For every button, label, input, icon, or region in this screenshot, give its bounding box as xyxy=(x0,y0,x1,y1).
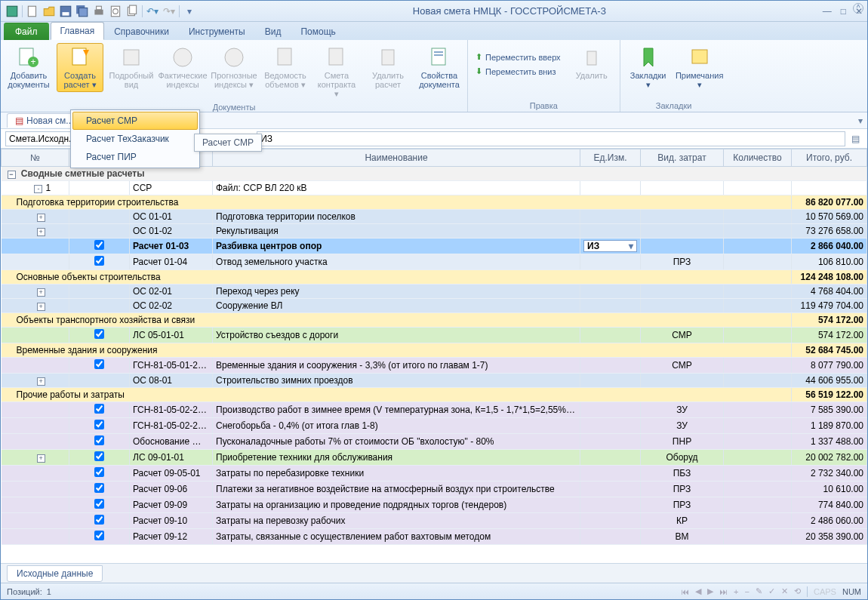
expand-icon[interactable]: + xyxy=(37,377,45,386)
grid-row[interactable]: Расчет 01-03Разбивка центров опорИЗ▾2 86… xyxy=(2,238,867,254)
row-checkbox[interactable] xyxy=(94,451,104,461)
col-qty[interactable]: Количество xyxy=(724,149,792,167)
tab-main[interactable]: Главная xyxy=(51,22,105,40)
grid-row[interactable]: Расчет 09-12Затраты, связанные с осущест… xyxy=(2,529,867,545)
bookmarks-button[interactable]: Закладки ▾ xyxy=(625,43,672,92)
grid-options-icon[interactable]: ▤ xyxy=(848,134,863,144)
dropdown-icon[interactable]: ▾ xyxy=(626,241,636,251)
doc-tab-dropdown-icon[interactable]: ▾ xyxy=(858,115,867,126)
menu-item-pir[interactable]: Расчет ПИР xyxy=(72,148,198,166)
tab-help[interactable]: Помощь xyxy=(291,23,345,40)
fact-index-button[interactable]: Фактические индексы xyxy=(159,43,206,91)
row-checkbox[interactable] xyxy=(94,256,104,266)
open-icon[interactable] xyxy=(42,5,56,18)
grid-area[interactable]: № Активность Шифр Наименование Ед.Изм. В… xyxy=(1,149,867,563)
delete-button[interactable]: Удалить xyxy=(568,43,615,82)
status-del-icon[interactable]: − xyxy=(745,587,749,596)
row-checkbox[interactable] xyxy=(94,420,104,429)
grid-row[interactable]: Объекты транспортного хозяйства и связи5… xyxy=(2,313,867,328)
grid-row[interactable]: Расчет 09-06Платежи за негативное воздей… xyxy=(2,482,867,497)
vol-sheet-button[interactable]: Ведомость объемов ▾ xyxy=(262,43,309,92)
contract-button[interactable]: Смета контракта ▾ xyxy=(313,43,360,101)
status-add-icon[interactable]: + xyxy=(734,587,738,596)
status-nav-next-icon[interactable]: ▶ xyxy=(707,586,713,596)
tab-file[interactable]: Файл xyxy=(4,23,49,40)
col-no[interactable]: № xyxy=(2,149,69,167)
status-ok-icon[interactable]: ✓ xyxy=(768,586,775,596)
grid-row[interactable]: -1ССРФайл: ССР ВЛ 220 кВ xyxy=(2,181,867,195)
row-checkbox[interactable] xyxy=(94,467,104,477)
move-down-button[interactable]: ⬇Переместить вниз xyxy=(472,65,564,78)
grid-row[interactable]: +ОС 02-01Переход через реку4 768 404.00 xyxy=(2,285,867,299)
grid-row[interactable]: Расчет 01-04Отвод земельного участкаПРЗ1… xyxy=(2,254,867,270)
create-calc-button[interactable]: Создать расчет ▾ xyxy=(57,43,103,92)
col-ed[interactable]: Ед.Изм. xyxy=(580,149,641,167)
move-up-button[interactable]: ⬆Переместить вверх xyxy=(472,51,564,63)
qat-more-icon[interactable]: ▾ xyxy=(183,5,196,18)
tab-view[interactable]: Вид xyxy=(255,23,291,40)
grid-row[interactable]: Подготовка территории строительства86 82… xyxy=(2,195,867,210)
row-checkbox[interactable] xyxy=(94,499,104,509)
menu-item-smr[interactable]: Расчет СМР xyxy=(72,112,198,130)
minimize-button[interactable]: — xyxy=(823,6,832,17)
status-nav-last-icon[interactable]: ⏭ xyxy=(719,587,728,596)
col-vid[interactable]: Вид. затрат xyxy=(641,149,724,167)
grid-row[interactable]: +ОС 08-01Строительство зимних проездов44… xyxy=(2,374,867,388)
row-checkbox[interactable] xyxy=(94,404,104,414)
collapse-icon[interactable]: − xyxy=(8,171,16,179)
row-checkbox[interactable] xyxy=(94,329,104,339)
detail-view-button[interactable]: Подробный вид xyxy=(108,43,155,91)
grid-row[interactable]: Расчет 09-09Затраты на организацию и про… xyxy=(2,497,867,513)
tab-tools[interactable]: Инструменты xyxy=(179,23,255,40)
grid-row[interactable]: ЛС 05-01-01Устройство съездов с дорогиСМ… xyxy=(2,328,867,343)
grid-row[interactable]: Основные объекты строительства124 248 10… xyxy=(2,270,867,285)
menu-item-techzak[interactable]: Расчет ТехЗаказчик xyxy=(72,130,198,148)
grid-row[interactable]: Временные здания и сооружения52 684 745.… xyxy=(2,343,867,358)
redo-icon[interactable]: ↷▾ xyxy=(162,5,176,18)
expand-icon[interactable]: - xyxy=(34,185,42,193)
grid-row[interactable]: Прочие работы и затраты56 519 122.00 xyxy=(2,388,867,402)
doc-props-button[interactable]: Свойства документа xyxy=(416,43,463,91)
tab-refs[interactable]: Справочники xyxy=(104,23,179,40)
new-doc-icon[interactable] xyxy=(26,5,39,18)
grid-row[interactable]: +ЛС 09-01-01Приобретение техники для обс… xyxy=(2,450,867,466)
status-nav-first-icon[interactable]: ⏮ xyxy=(681,587,689,596)
grid-row[interactable]: Расчет 09-05-01Затраты по перебазировке … xyxy=(2,466,867,482)
expand-icon[interactable]: + xyxy=(37,454,45,463)
maximize-button[interactable]: □ xyxy=(841,6,846,17)
status-edit-icon[interactable]: ✎ xyxy=(756,586,762,596)
formula-input[interactable] xyxy=(257,131,845,146)
row-checkbox[interactable] xyxy=(94,240,104,250)
status-nav-prev-icon[interactable]: ◀ xyxy=(695,586,701,596)
grid-row[interactable]: Обоснование №...Пусконаладочные работы 7… xyxy=(2,434,867,450)
print-icon[interactable] xyxy=(92,5,106,18)
prog-index-button[interactable]: Прогнозные индексы ▾ xyxy=(211,43,257,92)
del-calc-button[interactable]: Удалить расчет xyxy=(365,43,411,91)
ribbon-help-icon[interactable]: ^ xyxy=(853,3,863,14)
row-checkbox[interactable] xyxy=(94,483,104,493)
grid-row[interactable]: ГСН-81-05-01-20...Временные здания и соо… xyxy=(2,358,867,374)
grid-row[interactable]: +ОС 02-02Сооружение ВЛ119 479 704.00 xyxy=(2,299,867,313)
expand-icon[interactable]: + xyxy=(37,288,45,297)
expand-icon[interactable]: + xyxy=(37,214,45,222)
bottom-tab-source[interactable]: Исходные данные xyxy=(7,565,103,582)
save-icon[interactable] xyxy=(59,5,72,18)
expand-icon[interactable]: + xyxy=(37,303,45,311)
preview-icon[interactable] xyxy=(109,5,122,18)
undo-icon[interactable]: ↶▾ xyxy=(146,5,159,18)
notes-button[interactable]: Примечания ▾ xyxy=(676,43,723,92)
row-checkbox[interactable] xyxy=(94,515,104,525)
expand-icon[interactable]: + xyxy=(37,228,45,236)
status-x-icon[interactable]: ✕ xyxy=(781,586,788,596)
saveall-icon[interactable] xyxy=(75,5,89,18)
grid-row[interactable]: +ОС 01-01Подготовка территории поселков1… xyxy=(2,210,867,224)
row-checkbox[interactable] xyxy=(94,435,104,445)
row-checkbox[interactable] xyxy=(94,359,104,369)
row-checkbox[interactable] xyxy=(94,531,104,540)
grid-row[interactable]: ГСН-81-05-02-20...Производство работ в з… xyxy=(2,402,867,418)
grid-row[interactable]: +ОС 01-02Рекультивация73 276 658.00 xyxy=(2,224,867,238)
add-documents-button[interactable]: + Добавить документы xyxy=(5,43,52,91)
grid-row[interactable]: ГСН-81-05-02-20...Снегоборьба - 0,4% (от… xyxy=(2,418,867,434)
grid-row[interactable]: Расчет 09-10Затраты на перевозку рабочих… xyxy=(2,513,867,529)
copy-icon[interactable] xyxy=(125,5,139,18)
